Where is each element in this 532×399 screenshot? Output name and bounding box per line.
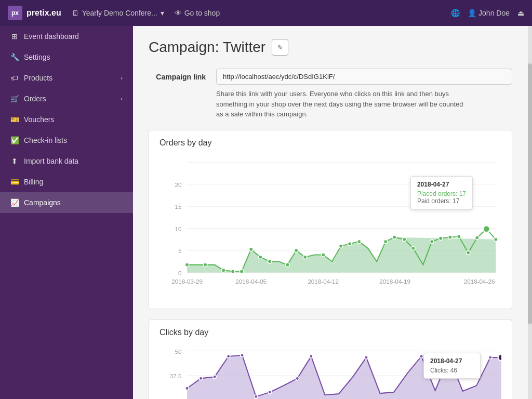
orders-chart-title: Orders by day — [159, 138, 501, 148]
svg-point-33 — [448, 235, 452, 238]
sidebar-label: Campaigns — [24, 198, 61, 207]
clicks-chart-svg: 25 37.5 50 — [159, 345, 501, 400]
sidebar-label: Event dashboard — [24, 32, 79, 41]
svg-point-32 — [439, 236, 443, 240]
sidebar-label: Import bank data — [24, 157, 78, 165]
orders-chart-card: Orders by day 0 5 10 15 20 — [149, 130, 512, 309]
campaign-link-input[interactable] — [216, 69, 512, 85]
svg-point-18 — [259, 255, 262, 259]
campaign-link-label: Campaign link — [149, 69, 216, 81]
globe-icon[interactable]: 🌐 — [451, 9, 460, 17]
svg-text:15: 15 — [175, 203, 181, 210]
svg-point-22 — [303, 255, 307, 259]
svg-point-58 — [310, 354, 313, 357]
svg-marker-11 — [187, 237, 496, 272]
sidebar-item-checkin-lists[interactable]: ✅ Check-in lists — [0, 130, 133, 151]
edit-campaign-button[interactable]: ✎ — [272, 39, 288, 56]
brand[interactable]: px pretix.eu — [8, 6, 61, 20]
clicks-chart-card: Clicks by day 25 37.5 50 — [149, 320, 512, 400]
vouchers-icon: 🎫 — [10, 115, 19, 124]
navbar-left: px pretix.eu 🗓 Yearly Demo Confere... ▾ … — [8, 6, 220, 20]
sidebar-item-settings[interactable]: 🔧 Settings — [0, 47, 133, 68]
svg-point-57 — [296, 377, 299, 380]
sidebar-item-import-bank[interactable]: ⬆ Import bank data — [0, 151, 133, 171]
svg-text:2018-04-05: 2018-04-05 — [235, 277, 267, 284]
svg-point-12 — [185, 262, 189, 266]
svg-point-25 — [348, 242, 351, 245]
svg-point-19 — [268, 259, 272, 263]
event-calendar-icon: 🗓 — [72, 9, 79, 17]
goto-shop-link[interactable]: 👁 Go to shop — [175, 9, 220, 17]
sidebar-item-billing[interactable]: 💳 Billing — [0, 171, 133, 192]
billing-icon: 💳 — [10, 178, 19, 186]
sidebar-label: Products — [24, 74, 52, 82]
svg-text:2018-04-12: 2018-04-12 — [308, 277, 339, 284]
sidebar-item-campaigns[interactable]: 📈 Campaigns — [0, 192, 133, 213]
dashboard-icon: ⊞ — [10, 32, 19, 41]
sidebar-item-products[interactable]: 🏷 Products ‹ — [0, 68, 133, 88]
page-title: Campaign: Twitter — [149, 39, 265, 56]
user-name: John Doe — [478, 9, 510, 17]
settings-icon: 🔧 — [10, 53, 19, 61]
svg-text:10: 10 — [175, 225, 181, 232]
navbar-right: 🌐 👤 John Doe ⏏ — [451, 9, 524, 17]
svg-point-17 — [249, 247, 252, 251]
import-icon: ⬆ — [10, 157, 19, 165]
orders-chart-container: 0 5 10 15 20 — [159, 155, 501, 301]
brand-logo-text: px — [11, 9, 19, 17]
svg-point-26 — [357, 240, 361, 243]
edit-icon: ✎ — [277, 44, 283, 51]
sidebar-item-orders[interactable]: 🛒 Orders ‹ — [0, 88, 133, 109]
svg-point-35 — [467, 250, 470, 254]
sidebar: ⊞ Event dashboard 🔧 Settings 🏷 Products … — [0, 26, 133, 399]
svg-point-28 — [392, 235, 396, 238]
chevron-icon: ‹ — [121, 75, 123, 81]
sidebar-label: Orders — [24, 95, 46, 103]
checkin-icon: ✅ — [10, 136, 19, 144]
sidebar-item-event-dashboard[interactable]: ⊞ Event dashboard — [0, 26, 133, 47]
svg-text:25: 25 — [175, 397, 181, 399]
svg-text:50: 50 — [175, 348, 181, 354]
page-header: Campaign: Twitter ✎ — [149, 39, 512, 56]
sidebar-label: Check-in lists — [24, 136, 67, 144]
svg-point-54 — [241, 353, 244, 356]
svg-point-13 — [203, 262, 207, 266]
svg-point-53 — [227, 354, 230, 357]
brand-name: pretix.eu — [26, 8, 61, 18]
user-icon: 👤 — [468, 9, 476, 17]
scrollbar-track[interactable] — [528, 26, 532, 399]
clicks-highlight-dot — [498, 354, 501, 361]
svg-point-60 — [420, 354, 423, 357]
svg-point-34 — [457, 234, 461, 238]
svg-text:0: 0 — [178, 269, 182, 276]
svg-text:2018-03-29: 2018-03-29 — [171, 277, 203, 284]
sidebar-label: Vouchers — [24, 115, 54, 124]
svg-point-36 — [475, 235, 479, 239]
main-content: Campaign: Twitter ✎ Campaign link Share … — [133, 26, 528, 399]
event-dropdown-icon: ▾ — [161, 9, 164, 17]
orders-chart-svg: 0 5 10 15 20 — [159, 155, 501, 290]
svg-point-31 — [430, 240, 434, 243]
chevron-icon: ‹ — [121, 96, 123, 102]
svg-point-24 — [339, 244, 342, 247]
sidebar-item-vouchers[interactable]: 🎫 Vouchers — [0, 109, 133, 130]
svg-point-29 — [402, 237, 406, 241]
svg-text:37.5: 37.5 — [170, 373, 182, 379]
user-menu[interactable]: 👤 John Doe — [468, 9, 510, 17]
signout-icon[interactable]: ⏏ — [517, 9, 524, 17]
svg-text:2018-04-26: 2018-04-26 — [464, 277, 495, 284]
orders-highlight-dot — [483, 225, 490, 232]
svg-text:5: 5 — [178, 247, 181, 254]
svg-point-21 — [294, 248, 298, 252]
clicks-chart-title: Clicks by day — [159, 328, 501, 337]
brand-logo: px — [8, 6, 22, 20]
event-selector[interactable]: 🗓 Yearly Demo Confere... ▾ — [72, 9, 164, 17]
scrollbar-thumb[interactable] — [528, 63, 532, 325]
svg-text:20: 20 — [175, 181, 181, 188]
orders-icon: 🛒 — [10, 95, 19, 103]
svg-point-50 — [185, 387, 189, 390]
svg-marker-49 — [187, 355, 501, 399]
campaigns-icon: 📈 — [10, 198, 19, 207]
goto-shop-icon: 👁 — [175, 9, 182, 17]
svg-point-27 — [383, 240, 387, 243]
